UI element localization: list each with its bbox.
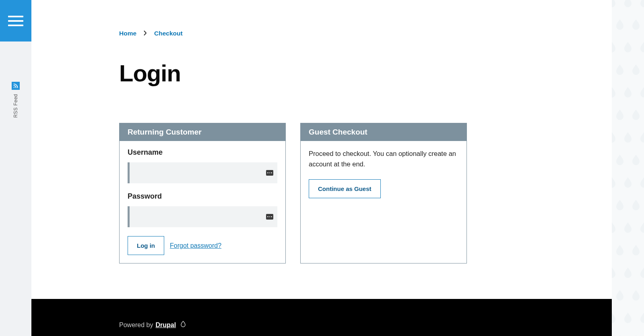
svg-point-0: [14, 87, 14, 88]
input-autofill-icon[interactable]: [266, 214, 273, 220]
page-title: Login: [119, 60, 474, 87]
forgot-password-link[interactable]: Forgot password?: [170, 242, 221, 249]
main-content: Home Checkout Login Returning Customer U…: [31, 0, 612, 336]
username-input[interactable]: [128, 162, 277, 183]
username-label: Username: [128, 148, 277, 157]
hamburger-menu-button[interactable]: [0, 0, 31, 41]
login-button[interactable]: Log in: [128, 236, 164, 255]
guest-checkout-header: Guest Checkout: [301, 123, 466, 141]
input-autofill-icon[interactable]: [266, 170, 273, 176]
rss-widget[interactable]: RSS Feed: [0, 82, 31, 118]
chevron-right-icon: [144, 30, 147, 37]
footer: Powered by Drupal: [31, 299, 612, 336]
guest-checkout-card: Guest Checkout Proceed to checkout. You …: [300, 123, 467, 263]
hamburger-icon: [8, 16, 23, 26]
returning-customer-card: Returning Customer Username Password: [119, 123, 286, 263]
footer-drupal-link[interactable]: Drupal: [156, 321, 176, 329]
returning-customer-header: Returning Customer: [120, 123, 285, 141]
guest-checkout-description: Proceed to checkout. You can optionally …: [309, 148, 458, 170]
password-label: Password: [128, 192, 277, 201]
rss-icon: [12, 82, 20, 90]
left-sidebar: RSS Feed: [0, 0, 31, 336]
footer-powered-by: Powered by: [119, 321, 153, 329]
password-input[interactable]: [128, 206, 277, 227]
continue-as-guest-button[interactable]: Continue as Guest: [309, 179, 381, 198]
breadcrumb-home-link[interactable]: Home: [119, 30, 136, 37]
drupal-icon: [180, 321, 186, 330]
breadcrumb: Home Checkout: [119, 30, 474, 37]
rss-label: RSS Feed: [13, 94, 19, 118]
right-decorative-strip: [612, 0, 644, 336]
breadcrumb-current-link[interactable]: Checkout: [154, 30, 183, 37]
